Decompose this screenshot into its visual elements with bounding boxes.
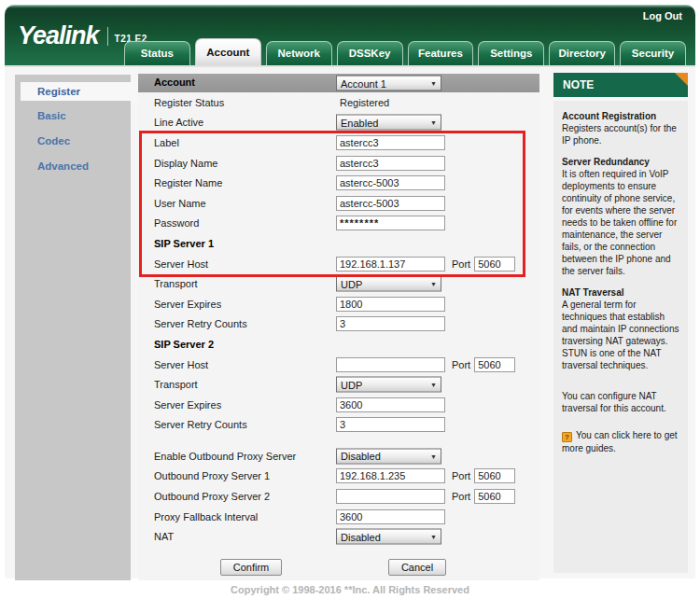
sidebar-item-register[interactable]: Register: [21, 82, 139, 101]
server-expires-input[interactable]: [336, 297, 445, 312]
section-label: SIP Server 2: [154, 339, 214, 350]
field-label: Outbound Proxy Server 2: [154, 491, 270, 502]
chevron-down-icon: ▼: [430, 80, 437, 87]
copyright-text: Copyright © 1998-2016 **Inc. All Rights …: [231, 584, 469, 595]
tab-bar: StatusAccountNetworkDSSKeyFeaturesSettin…: [124, 39, 686, 65]
form-row: Enable Outbound Proxy ServerDisabled▼: [138, 446, 539, 467]
form-rows: Register StatusRegisteredLine ActiveEnab…: [138, 92, 539, 547]
field-label: Register Name: [154, 177, 222, 188]
content-area: RegisterBasicCodecAdvanced Account Accou…: [5, 65, 695, 578]
note-section: Server RedundancyIt is often required in…: [562, 156, 680, 277]
field-label: Display Name: [154, 158, 217, 169]
port-label: Port: [452, 258, 470, 270]
select-value: Disabled: [341, 531, 381, 542]
field-label: Proxy Fallback Interval: [154, 511, 258, 522]
form-row: Label: [138, 132, 539, 153]
account-section-bar: Account Account 1 ▼: [138, 74, 539, 92]
form-row: Proxy Fallback Interval: [138, 507, 539, 527]
form-row: Register StatusRegistered: [138, 92, 539, 113]
register-name-input[interactable]: [336, 175, 445, 190]
form-row: TransportUDP▼: [138, 374, 539, 395]
section-label: SIP Server 1: [154, 238, 214, 249]
form-row: Server HostPort: [138, 355, 539, 375]
port-label: Port: [452, 470, 470, 481]
form-row: User Name: [138, 193, 539, 214]
port-input[interactable]: [474, 357, 515, 372]
select-value: UDP: [341, 379, 362, 390]
form-row: Server Retry Counts: [138, 314, 539, 335]
sidebar-item-advanced[interactable]: Advanced: [15, 154, 131, 179]
page: Log Out Yealink T21 E2 StatusAccountNetw…: [0, 0, 700, 599]
form-row: Display Name: [138, 153, 539, 174]
account-select-value: Account 1: [341, 77, 386, 89]
note-section-title: NAT Traversal: [562, 286, 680, 299]
help-icon[interactable]: ?: [562, 432, 572, 442]
server-retry-counts-input[interactable]: [336, 316, 445, 331]
sidebar-item-basic[interactable]: Basic: [15, 104, 131, 129]
sidebar-item-codec[interactable]: Codec: [15, 129, 131, 154]
field-label: Server Expires: [154, 399, 221, 411]
nat-select[interactable]: Disabled▼: [336, 529, 441, 545]
form-row: Server Expires: [138, 395, 539, 415]
server-expires-input[interactable]: [336, 397, 445, 412]
label-input[interactable]: [336, 135, 445, 150]
field-label: Register Status: [154, 97, 224, 108]
tab-directory[interactable]: Directory: [549, 41, 615, 65]
chevron-down-icon: ▼: [430, 534, 437, 540]
chevron-down-icon: ▼: [430, 119, 437, 126]
note-help-line: ?You can click here to get more guides.: [562, 429, 680, 454]
logout-link[interactable]: Log Out: [643, 10, 682, 21]
port-field: Port: [452, 468, 515, 483]
button-row: Confirm Cancel: [138, 559, 539, 578]
note-corner-fold-icon: [675, 73, 688, 86]
select-value: Disabled: [341, 451, 381, 462]
server-host-input[interactable]: [336, 357, 445, 372]
form-row: Outbound Proxy Server 2Port: [138, 486, 539, 507]
tab-security[interactable]: Security: [620, 41, 686, 65]
transport-select[interactable]: UDP▼: [336, 377, 441, 393]
chevron-down-icon: ▼: [430, 281, 437, 287]
port-field: Port: [452, 257, 515, 272]
line-active-select[interactable]: Enabled▼: [336, 115, 441, 131]
tab-status[interactable]: Status: [124, 41, 190, 65]
port-input[interactable]: [474, 489, 515, 504]
account-select[interactable]: Account 1 ▼: [336, 76, 441, 91]
port-input[interactable]: [474, 257, 515, 272]
form-row: SIP Server 2: [138, 334, 539, 355]
field-label: User Name: [154, 198, 206, 209]
note-section-title: Server Redundancy: [562, 156, 680, 168]
password-input[interactable]: [336, 216, 445, 230]
form-row: Register Name: [138, 173, 539, 193]
display-name-input[interactable]: [336, 156, 445, 171]
note-help-text[interactable]: You can click here to get more guides.: [562, 430, 678, 453]
form-row: NATDisabled▼: [138, 526, 539, 547]
enable-outbound-proxy-server-select[interactable]: Disabled▼: [336, 448, 441, 464]
server-retry-counts-input[interactable]: [336, 417, 445, 432]
field-label: Label: [154, 137, 179, 148]
header: Log Out Yealink T21 E2 StatusAccountNetw…: [5, 5, 695, 65]
cancel-button[interactable]: Cancel: [388, 559, 446, 576]
confirm-button[interactable]: Confirm: [220, 559, 282, 576]
outbound-proxy-server-1-input[interactable]: [336, 468, 445, 483]
field-label: Transport: [154, 278, 198, 289]
tab-account[interactable]: Account: [195, 38, 261, 65]
proxy-fallback-interval-input[interactable]: [336, 509, 445, 524]
port-label: Port: [452, 491, 470, 502]
port-input[interactable]: [474, 468, 515, 483]
form-row: SIP Server 1: [138, 233, 539, 254]
form-row: TransportUDP▼: [138, 273, 539, 294]
transport-select[interactable]: UDP▼: [336, 276, 441, 292]
server-host-input[interactable]: [336, 257, 445, 272]
field-label: Password: [154, 217, 199, 229]
tab-features[interactable]: Features: [408, 41, 474, 65]
note-section-body: A general term for techniques that estab…: [562, 299, 680, 371]
tab-dsskey[interactable]: DSSKey: [337, 41, 403, 65]
port-field: Port: [452, 357, 515, 372]
tab-settings[interactable]: Settings: [478, 41, 544, 65]
note-section-body: Registers account(s) for the IP phone.: [562, 122, 680, 146]
field-label: NAT: [154, 531, 174, 542]
port-field: Port: [452, 489, 515, 504]
user-name-input[interactable]: [336, 196, 445, 211]
outbound-proxy-server-2-input[interactable]: [336, 489, 445, 504]
tab-network[interactable]: Network: [266, 41, 332, 65]
